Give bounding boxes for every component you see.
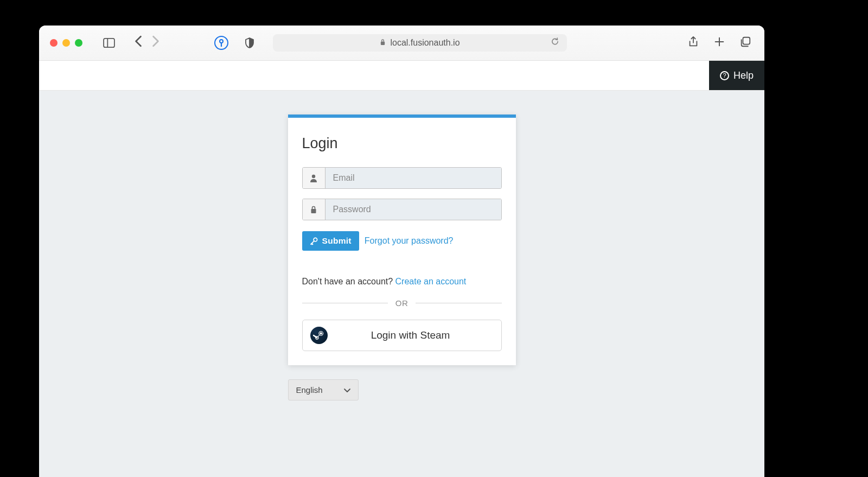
password-field[interactable] bbox=[326, 199, 501, 220]
login-with-steam-button[interactable]: Login with Steam bbox=[302, 320, 502, 351]
svg-point-10 bbox=[320, 332, 322, 334]
back-button[interactable] bbox=[135, 35, 142, 50]
svg-rect-7 bbox=[311, 209, 316, 213]
minimize-window-button[interactable] bbox=[62, 39, 70, 47]
svg-point-6 bbox=[312, 175, 315, 178]
forward-button[interactable] bbox=[152, 35, 159, 50]
divider-line bbox=[416, 303, 501, 303]
email-input-group bbox=[302, 167, 502, 189]
browser-chrome: local.fusionauth.io bbox=[39, 26, 764, 61]
language-select[interactable]: English bbox=[288, 379, 359, 400]
social-login-label: Login with Steam bbox=[328, 329, 494, 341]
sidebar-toggle-icon[interactable] bbox=[103, 38, 115, 48]
toolbar-right bbox=[687, 36, 751, 50]
svg-rect-5 bbox=[743, 37, 750, 44]
language-selected: English bbox=[296, 385, 323, 395]
steam-icon bbox=[310, 327, 328, 344]
traffic-lights bbox=[50, 39, 82, 47]
chevron-down-icon bbox=[344, 385, 350, 395]
help-button[interactable]: ? Help bbox=[709, 61, 764, 90]
divider-line bbox=[302, 303, 388, 303]
nav-arrows bbox=[135, 35, 159, 50]
user-icon bbox=[303, 168, 326, 188]
lock-icon bbox=[303, 199, 326, 220]
lock-icon bbox=[380, 39, 386, 47]
tabs-icon[interactable] bbox=[739, 36, 751, 50]
svg-rect-4 bbox=[381, 42, 385, 45]
or-label: OR bbox=[395, 298, 409, 308]
reload-icon[interactable] bbox=[551, 37, 559, 49]
submit-label: Submit bbox=[322, 236, 352, 246]
share-icon[interactable] bbox=[687, 36, 699, 50]
login-title: Login bbox=[302, 135, 502, 152]
maximize-window-button[interactable] bbox=[75, 39, 82, 47]
submit-row: Submit Forgot your password? bbox=[302, 231, 502, 251]
one-password-icon[interactable] bbox=[214, 36, 228, 50]
create-account-link[interactable]: Create an account bbox=[395, 277, 467, 286]
url-text: local.fusionauth.io bbox=[390, 38, 459, 48]
browser-window: local.fusionauth.io ? Help L bbox=[39, 26, 764, 477]
svg-point-2 bbox=[220, 40, 223, 43]
svg-rect-0 bbox=[104, 39, 114, 47]
no-account-text: Don't have an account? bbox=[302, 277, 395, 286]
email-field[interactable] bbox=[326, 168, 501, 188]
password-input-group bbox=[302, 199, 502, 220]
help-label: Help bbox=[733, 70, 754, 81]
submit-button[interactable]: Submit bbox=[302, 231, 359, 251]
app-header: ? Help bbox=[39, 61, 764, 91]
key-icon bbox=[310, 237, 318, 245]
or-divider: OR bbox=[302, 298, 502, 308]
close-window-button[interactable] bbox=[50, 39, 58, 47]
help-question-icon: ? bbox=[720, 71, 729, 80]
create-account-row: Don't have an account? Create an account bbox=[302, 277, 502, 287]
content-area: Login Submit bbox=[39, 91, 764, 477]
privacy-shield-icon[interactable] bbox=[245, 37, 254, 48]
new-tab-icon[interactable] bbox=[713, 36, 725, 50]
address-bar[interactable]: local.fusionauth.io bbox=[273, 34, 567, 52]
forgot-password-link[interactable]: Forgot your password? bbox=[365, 236, 454, 246]
login-card: Login Submit bbox=[288, 115, 516, 365]
